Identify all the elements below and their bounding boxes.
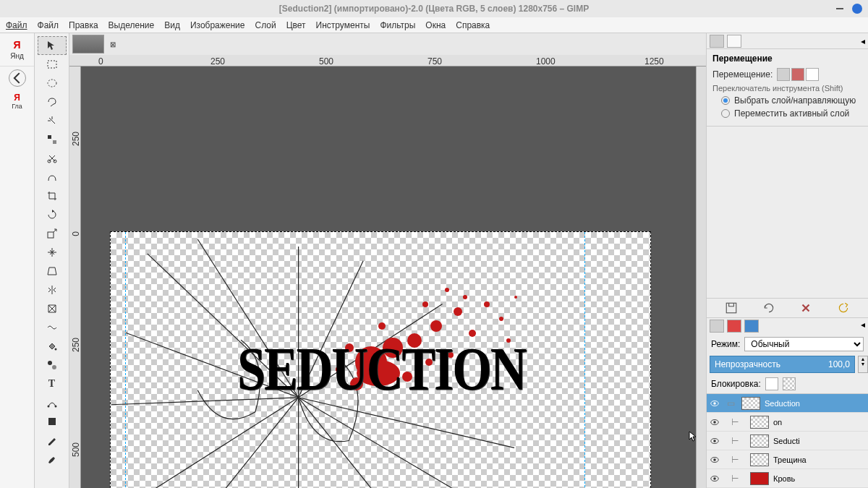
- menu-edit[interactable]: Правка: [69, 20, 98, 30]
- pencil-tool[interactable]: [38, 431, 67, 450]
- move-selection-icon[interactable]: [791, 68, 804, 81]
- close-button[interactable]: [852, 4, 862, 14]
- svg-point-42: [713, 458, 716, 461]
- text-tool[interactable]: T: [38, 374, 67, 393]
- image-tab[interactable]: [72, 35, 104, 53]
- layer-row[interactable]: ⊢ Кровь: [707, 469, 868, 488]
- gradient-tool[interactable]: [38, 356, 67, 374]
- visibility-icon[interactable]: [710, 417, 720, 427]
- browser-sidebar: Я Янд Я Гла: [0, 33, 35, 488]
- menu-file2[interactable]: Файл: [38, 20, 59, 30]
- move-layer-icon[interactable]: [777, 68, 790, 81]
- radio-pick-layer[interactable]: [721, 96, 730, 105]
- ellipse-select-tool[interactable]: [38, 74, 67, 93]
- scale-tool[interactable]: [38, 224, 67, 243]
- color-select-tool[interactable]: [38, 130, 67, 149]
- layer-row[interactable]: ▭ Seduction: [707, 394, 868, 413]
- blend-mode-select[interactable]: Обычный: [744, 337, 864, 351]
- brush-tool[interactable]: [38, 450, 67, 468]
- paths-tab[interactable]: [744, 320, 759, 333]
- minimize-button[interactable]: [836, 8, 843, 9]
- layer-row[interactable]: ⊢ Seducti: [707, 432, 868, 450]
- warp-tool[interactable]: [38, 318, 67, 337]
- opacity-spinner[interactable]: ▲▼: [858, 356, 868, 373]
- crop-tool[interactable]: [38, 187, 67, 205]
- canvas[interactable]: SEDUCTION: [81, 67, 696, 488]
- lock-label: Блокировка:: [711, 379, 761, 389]
- visibility-icon[interactable]: [710, 398, 720, 408]
- move-path-icon[interactable]: [806, 68, 819, 81]
- foreground-select-tool[interactable]: [38, 168, 67, 187]
- delete-options-icon[interactable]: [799, 301, 812, 314]
- radio-move-active[interactable]: [721, 109, 730, 118]
- menu-image[interactable]: Изображение: [190, 20, 245, 30]
- menu-color[interactable]: Цвет: [286, 20, 306, 30]
- canvas-area: ⊠ 0 250 500 750 1000 1250 250 0 250 500: [69, 33, 706, 488]
- tool-options-tab[interactable]: [710, 35, 724, 48]
- dock-menu-icon[interactable]: ◂: [861, 36, 865, 46]
- scrollbar-vertical[interactable]: [696, 67, 706, 488]
- reset-options-icon[interactable]: [837, 301, 850, 314]
- perspective-tool[interactable]: [38, 262, 67, 281]
- move-tool[interactable]: [38, 36, 67, 55]
- layer-thumbnail: [750, 416, 769, 429]
- expand-icon[interactable]: ▭: [724, 398, 737, 408]
- ruler-vertical[interactable]: 250 0 250 500: [69, 67, 81, 488]
- ruler-horizontal[interactable]: 0 250 500 750 1000 1250: [69, 55, 706, 67]
- bucket-tool[interactable]: [38, 337, 67, 356]
- channels-tab[interactable]: [727, 320, 741, 333]
- back-button[interactable]: [9, 69, 26, 87]
- yandex-icon[interactable]: Я: [14, 93, 20, 103]
- menu-view[interactable]: Вид: [164, 20, 180, 30]
- rotate-tool[interactable]: [38, 205, 67, 224]
- layer-thumbnail: [750, 453, 769, 466]
- menu-layer[interactable]: Слой: [255, 20, 276, 30]
- opacity-slider[interactable]: Непрозрачность 100,0: [710, 356, 855, 373]
- menu-filters[interactable]: Фильтры: [380, 20, 415, 30]
- yandex-logo[interactable]: Я: [13, 39, 20, 51]
- layers-menu-icon[interactable]: ◂: [861, 320, 865, 333]
- device-status-tab[interactable]: [727, 35, 741, 48]
- mouse-cursor: [689, 431, 697, 442]
- tab-close-icon[interactable]: ⊠: [110, 40, 116, 48]
- save-options-icon[interactable]: [725, 301, 738, 314]
- lasso-tool[interactable]: [38, 93, 67, 111]
- menu-help[interactable]: Справка: [456, 20, 490, 30]
- toolbox: T: [35, 33, 69, 488]
- path-tool[interactable]: [38, 393, 67, 412]
- mode-label: Режим:: [711, 339, 740, 349]
- layer-thumbnail: [750, 435, 769, 448]
- layer-thumbnail: [750, 472, 769, 485]
- restore-options-icon[interactable]: [762, 301, 775, 314]
- color-picker-tool[interactable]: [38, 412, 67, 431]
- svg-rect-3: [53, 140, 56, 144]
- svg-rect-0: [48, 61, 56, 68]
- lock-pixels-icon[interactable]: [765, 377, 778, 390]
- svg-point-7: [54, 348, 56, 351]
- svg-point-27: [378, 322, 386, 330]
- tool-options-panel: Перемещение Перемещение: Переключатель и…: [707, 49, 868, 127]
- menu-windows[interactable]: Окна: [425, 20, 446, 30]
- shear-tool[interactable]: [38, 243, 67, 262]
- menu-file[interactable]: Файл: [6, 20, 27, 30]
- visibility-icon[interactable]: [710, 474, 720, 484]
- svg-point-8: [48, 361, 52, 365]
- flip-tool[interactable]: [38, 281, 67, 299]
- scissors-tool[interactable]: [38, 149, 67, 168]
- artboard[interactable]: SEDUCTION: [110, 231, 651, 488]
- visibility-icon[interactable]: [710, 455, 720, 465]
- titlebar: [Seduction2] (импортировано)-2.0 (Цвета …: [0, 0, 868, 17]
- layer-row[interactable]: ⊢ on: [707, 413, 868, 432]
- tool-options-title: Перемещение: [712, 53, 862, 64]
- rect-select-tool[interactable]: [38, 55, 67, 74]
- layer-row[interactable]: ⊢ Трещина: [707, 450, 868, 469]
- visibility-icon[interactable]: [710, 436, 720, 446]
- layers-tab[interactable]: [710, 320, 724, 333]
- svg-point-17: [430, 320, 442, 332]
- cage-tool[interactable]: [38, 299, 67, 318]
- menu-tools[interactable]: Инструменты: [316, 20, 370, 30]
- lock-alpha-icon[interactable]: [783, 377, 796, 390]
- fuzzy-select-tool[interactable]: [38, 111, 67, 130]
- svg-point-28: [463, 295, 467, 299]
- menu-select[interactable]: Выделение: [109, 20, 155, 30]
